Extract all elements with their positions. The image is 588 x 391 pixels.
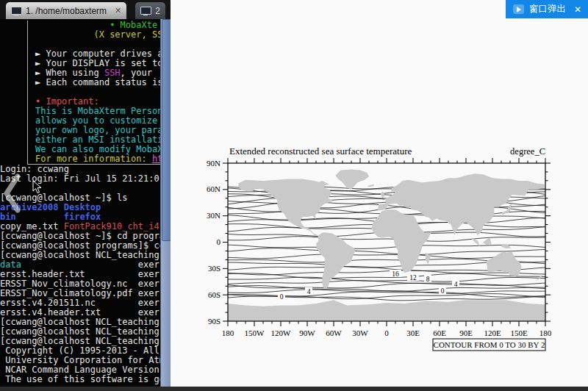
tab-label: 2: [155, 6, 160, 16]
contour-inline-label: 4: [307, 288, 311, 295]
popout-play-icon: [513, 4, 524, 14]
x-tick-label: 150E: [510, 329, 528, 337]
contour-inline-label: 16: [392, 270, 399, 278]
terminal-line: Last login: Fri Jul 15 21:21:0: [0, 174, 161, 184]
mouse-cursor-icon: [32, 180, 42, 194]
x-tick-label: 60W: [326, 329, 342, 337]
y-tick-label: 90S: [208, 317, 220, 326]
terminal-tabbar: 1. /home/mobaxterm ✕ 2: [0, 0, 171, 19]
contour-inline-label: 0: [441, 287, 445, 295]
y-tick-label: 90N: [207, 159, 220, 168]
ncl-plot-window: 180150W120W90W60W30W030E60E90E120E150E18…: [171, 0, 588, 387]
x-tick-label: 180: [539, 329, 552, 337]
y-tick-label: 60S: [208, 290, 220, 299]
popout-label: 窗口弹出: [529, 3, 566, 15]
contour-inline-label: 4: [454, 281, 458, 288]
mobaxterm-terminal-window: 1. /home/mobaxterm ✕ 2 • MobaXte (X serv…: [0, 0, 171, 391]
terminal-line: (X server, SS: [35, 30, 161, 40]
y-tick-label: 0: [217, 237, 221, 246]
tab-close-icon[interactable]: ✕: [115, 6, 121, 15]
tab-2[interactable]: 2: [135, 2, 165, 19]
x-tick-label: 150W: [245, 329, 265, 337]
contour-inline-label: 12: [409, 274, 417, 281]
plot-units-label: degree_C: [510, 146, 545, 157]
tab-home-mobaxterm[interactable]: 1. /home/mobaxterm ✕: [6, 2, 126, 19]
terminal-line: For more information: ht: [35, 154, 161, 164]
contour-inline-label: 8: [426, 276, 430, 283]
bottom-edge-strip: [0, 387, 588, 391]
window-popout-button[interactable]: 窗口弹出 ✕: [506, 0, 588, 18]
screen: 1. /home/mobaxterm ✕ 2 • MobaXte (X serv…: [0, 0, 588, 391]
welcome-banner-box: • MobaXte (X server, SS► Your computer d…: [27, 21, 161, 165]
plot-title: Extended reconstructed sea surface tempe…: [229, 146, 412, 157]
contour-inline-label: 0: [280, 293, 284, 301]
x-tick-label: 60E: [433, 329, 446, 337]
terminal-output[interactable]: • MobaXte (X server, SS► Your computer d…: [0, 19, 161, 388]
x-tick-label: 180: [222, 329, 234, 337]
tab-label: 1. /home/mobaxterm: [26, 6, 107, 16]
x-tick-label: 120E: [484, 329, 501, 337]
x-tick-label: 120W: [271, 329, 292, 337]
x-tick-label: 30E: [406, 329, 420, 337]
x-tick-label: 30W: [352, 329, 368, 337]
x-tick-label: 90E: [459, 329, 473, 337]
x-tick-label: 90W: [299, 329, 315, 337]
sidebar-collapse-chevron-icon[interactable]: [1, 173, 22, 213]
terminal-line: ► Each command status is: [35, 78, 161, 87]
y-tick-label: 30N: [207, 211, 220, 220]
x-tick-label: 0: [384, 329, 389, 337]
popout-close-icon[interactable]: ✕: [574, 4, 581, 15]
terminal-monitor-icon: [11, 7, 22, 15]
y-tick-label: 60N: [207, 184, 220, 193]
contour-note: CONTOUR FROM 0 TO 30 BY 2: [434, 340, 545, 349]
terminal-line: The use of this software is go: [0, 375, 161, 384]
y-tick-label: 30S: [208, 264, 220, 273]
terminal-scrollbar[interactable]: [160, 19, 171, 391]
terminal-monitor-icon: [140, 7, 151, 15]
